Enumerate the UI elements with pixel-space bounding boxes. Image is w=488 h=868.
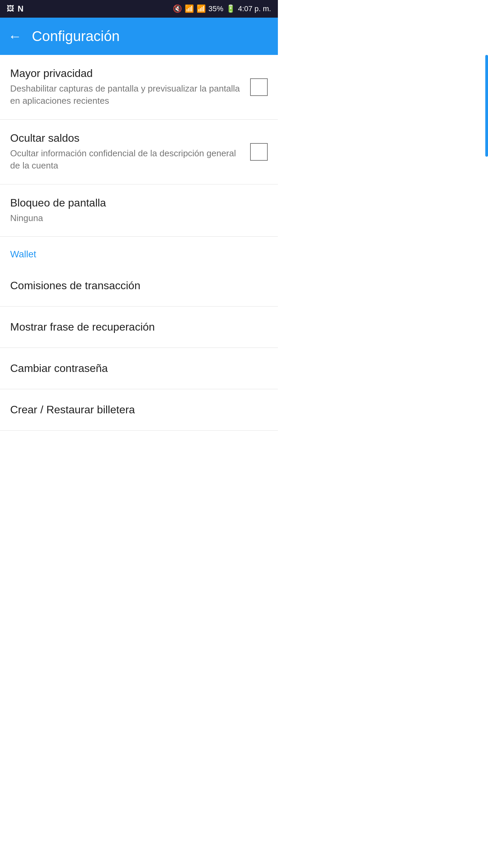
privacy-checkbox[interactable] — [250, 78, 268, 96]
transaction-fees-item[interactable]: Comisiones de transacción — [0, 265, 278, 307]
hide-balances-checkbox[interactable] — [250, 143, 268, 161]
back-button[interactable]: ← — [8, 29, 22, 43]
status-bar: 🖼 N 🔇 📶 📶 35% 🔋 4:07 p. m. — [0, 0, 278, 18]
privacy-item-subtitle: Deshabilitar capturas de pantalla y prev… — [10, 82, 243, 107]
mute-icon: 🔇 — [173, 4, 182, 13]
hide-balances-item[interactable]: Ocultar saldos Ocultar información confi… — [0, 120, 278, 184]
image-icon: 🖼 — [7, 4, 14, 13]
battery-icon: 🔋 — [226, 4, 235, 13]
transaction-fees-title: Comisiones de transacción — [10, 279, 140, 292]
create-restore-item[interactable]: Crear / Restaurar billetera — [0, 389, 278, 431]
wallet-section-header: Wallet — [0, 237, 278, 265]
hide-balances-title: Ocultar saldos — [10, 132, 243, 144]
privacy-item-text: Mayor privacidad Deshabilitar capturas d… — [10, 67, 250, 107]
wifi-icon: 📶 — [185, 4, 194, 13]
status-time: 4:07 p. m. — [238, 4, 271, 13]
wallet-section-label: Wallet — [10, 249, 36, 259]
create-restore-title: Crear / Restaurar billetera — [10, 403, 135, 416]
recovery-phrase-title: Mostrar frase de recuperación — [10, 321, 155, 333]
privacy-item[interactable]: Mayor privacidad Deshabilitar capturas d… — [0, 55, 278, 120]
notification-icon: N — [18, 4, 23, 14]
toolbar: ← Configuración — [0, 18, 278, 55]
privacy-item-title: Mayor privacidad — [10, 67, 243, 80]
change-password-title: Cambiar contraseña — [10, 362, 108, 375]
signal-icon: 📶 — [197, 4, 206, 13]
status-bar-left: 🖼 N — [7, 4, 23, 14]
battery-percent: 35% — [208, 4, 223, 13]
change-password-item[interactable]: Cambiar contraseña — [0, 348, 278, 389]
toolbar-title: Configuración — [32, 28, 120, 44]
screen-lock-item[interactable]: Bloqueo de pantalla Ninguna — [0, 184, 278, 237]
hide-balances-subtitle: Ocultar información confidencial de la d… — [10, 147, 243, 172]
screen-lock-subtitle: Ninguna — [10, 212, 261, 224]
recovery-phrase-item[interactable]: Mostrar frase de recuperación — [0, 307, 278, 348]
screen-lock-title: Bloqueo de pantalla — [10, 197, 261, 209]
screen-lock-text: Bloqueo de pantalla Ninguna — [10, 197, 268, 224]
settings-content: Mayor privacidad Deshabilitar capturas d… — [0, 55, 278, 431]
hide-balances-item-text: Ocultar saldos Ocultar información confi… — [10, 132, 250, 172]
status-bar-right: 🔇 📶 📶 35% 🔋 4:07 p. m. — [173, 4, 271, 13]
